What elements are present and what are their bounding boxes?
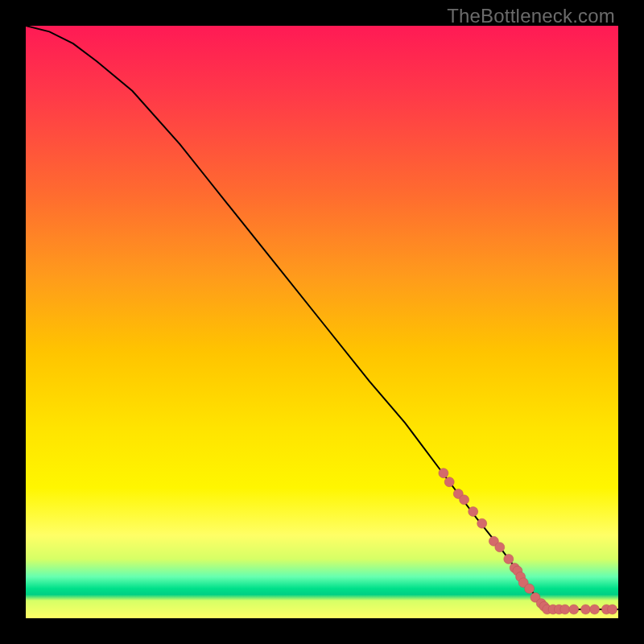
- watermark-text: TheBottleneck.com: [447, 5, 615, 27]
- chart-svg: [26, 26, 618, 618]
- scatter-dot: [477, 518, 487, 528]
- bottleneck-curve: [26, 26, 618, 609]
- scatter-dot: [590, 605, 600, 614]
- scatter-dot: [525, 584, 535, 593]
- scatter-dot: [495, 543, 505, 552]
- scatter-dot: [608, 605, 617, 614]
- chart-frame: [26, 26, 618, 618]
- scatter-dot: [444, 477, 454, 487]
- scatter-dots: [439, 469, 617, 614]
- scatter-dot: [439, 469, 448, 478]
- scatter-dot: [569, 605, 579, 614]
- scatter-dot: [469, 507, 478, 517]
- scatter-dot: [581, 605, 591, 614]
- scatter-dot: [504, 554, 514, 564]
- scatter-dot: [460, 495, 469, 505]
- scatter-dot: [560, 605, 570, 614]
